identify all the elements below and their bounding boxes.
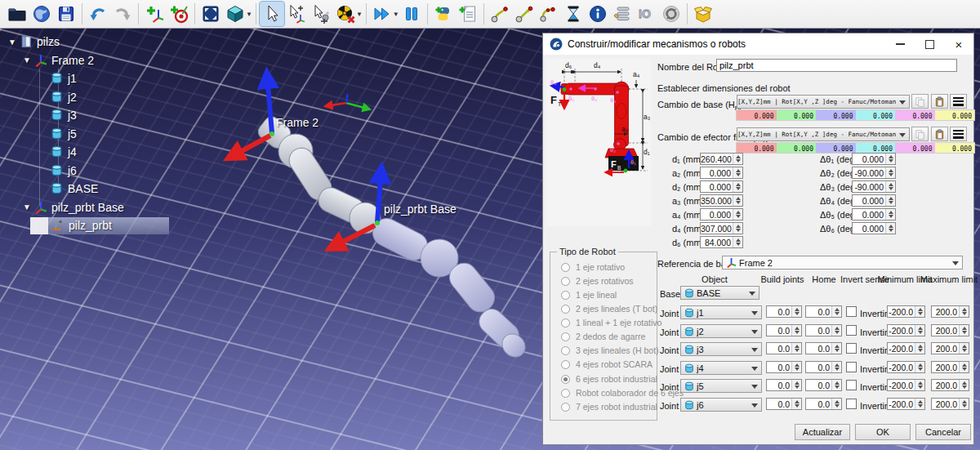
paste-pose-button[interactable] bbox=[931, 127, 948, 141]
joint-object-select[interactable]: j4 bbox=[680, 361, 762, 375]
tree-item-j3[interactable]: j3 bbox=[5, 106, 169, 125]
pose-cell[interactable]: 0.000 bbox=[777, 110, 817, 120]
tree-item-robot-base-frame[interactable]: ▼ pilz_prbt Base bbox=[5, 198, 169, 217]
tree-item-station[interactable]: ▼ pilzs bbox=[5, 33, 169, 51]
collapse-arrow-icon[interactable]: ▼ bbox=[23, 56, 34, 65]
close-button[interactable]: × bbox=[944, 34, 973, 54]
move-object-button[interactable] bbox=[309, 2, 333, 26]
build-joints-spin[interactable]: 0.0 bbox=[766, 324, 802, 336]
base-pose-menu-button[interactable] bbox=[950, 94, 967, 109]
save-station-button[interactable] bbox=[54, 2, 78, 26]
pause-simulation-button[interactable] bbox=[399, 2, 424, 26]
a3-spin[interactable]: 350.000 bbox=[700, 194, 743, 207]
joint-object-select[interactable]: j6 bbox=[680, 398, 762, 412]
isometric-view-button[interactable] bbox=[223, 2, 247, 26]
dropdown-caret[interactable]: ▼ bbox=[393, 11, 399, 18]
base-pose-format-select[interactable]: [X,Y,Z]mm | Rot[X,Y ,Z ]deg - Fanuc/Moto… bbox=[737, 95, 910, 109]
cancel-button[interactable]: Cancelar bbox=[915, 424, 971, 440]
invert-checkbox[interactable] bbox=[846, 399, 857, 409]
online-library-button[interactable] bbox=[29, 2, 54, 26]
dropdown-caret[interactable]: ▼ bbox=[356, 11, 363, 18]
dialog-titlebar[interactable]: Construir/modificar mecanismos o robots … bbox=[543, 33, 973, 55]
robot-type-option[interactable]: 6 ejes robot industrial bbox=[561, 374, 657, 384]
tree-item-j5[interactable]: j5 bbox=[5, 125, 169, 144]
add-program-button[interactable] bbox=[456, 2, 480, 26]
tree-item-frame2[interactable]: ▼ Frame 2 bbox=[5, 51, 169, 70]
build-joints-spin[interactable]: 0.0 bbox=[766, 342, 802, 354]
joint-object-select[interactable]: j2 bbox=[680, 324, 762, 338]
tree-item-j4[interactable]: j4 bbox=[5, 143, 169, 162]
base-pose-values[interactable]: 0.000 0.000 0.000 0.000 0.000 0.000 bbox=[736, 109, 975, 121]
pose-cell[interactable]: 0.000 bbox=[895, 143, 935, 153]
invert-checkbox[interactable] bbox=[846, 306, 857, 317]
pose-cell[interactable]: 0.000 bbox=[895, 110, 935, 120]
min-limit-spin[interactable]: -200.0 bbox=[887, 324, 925, 336]
add-machining-project-button[interactable] bbox=[537, 2, 561, 26]
tree-item-j6[interactable]: j6 bbox=[5, 162, 169, 180]
robot-type-option[interactable]: 2 dedos de agarre bbox=[561, 332, 645, 341]
home-spin[interactable]: 0.0 bbox=[805, 324, 842, 336]
invert-checkbox[interactable] bbox=[846, 343, 857, 354]
base-ref-select[interactable]: Frame 2 bbox=[722, 256, 963, 270]
move-reference-button[interactable] bbox=[284, 2, 309, 26]
home-spin[interactable]: 0.0 bbox=[805, 342, 842, 354]
max-limit-spin[interactable]: 200.0 bbox=[931, 379, 969, 391]
build-joints-spin[interactable]: 0.0 bbox=[766, 379, 802, 391]
dtheta6-spin[interactable]: 0.000 bbox=[852, 222, 896, 234]
d1-spin[interactable]: 260.400 bbox=[700, 153, 743, 165]
min-limit-spin[interactable]: -200.0 bbox=[887, 342, 925, 354]
build-joints-spin[interactable]: 0.0 bbox=[766, 398, 802, 410]
io-monitor-button[interactable]: IO bbox=[635, 2, 659, 26]
robot-type-option[interactable]: 2 ejes lineales (T bot) bbox=[561, 304, 657, 314]
tree-item-j1[interactable]: j1 bbox=[5, 69, 169, 88]
add-python-program-button[interactable] bbox=[431, 2, 456, 26]
dropdown-caret[interactable]: ▼ bbox=[246, 11, 252, 18]
maximize-button[interactable] bbox=[915, 34, 944, 54]
min-limit-spin[interactable]: -200.0 bbox=[887, 398, 925, 410]
max-limit-spin[interactable]: 200.0 bbox=[931, 324, 969, 336]
max-limit-spin[interactable]: 200.0 bbox=[931, 342, 969, 354]
invert-checkbox[interactable] bbox=[846, 325, 857, 336]
pose-cell[interactable]: 0.000 bbox=[816, 110, 856, 120]
tool-pose-format-select[interactable]: [X,Y,Z]mm | Rot[X,Y ,Z ]deg - Fanuc/Moto… bbox=[737, 127, 910, 141]
select-cursor-button[interactable] bbox=[260, 2, 284, 26]
station-info-button[interactable] bbox=[586, 2, 610, 26]
a2-spin[interactable]: 0.000 bbox=[700, 167, 743, 179]
min-limit-spin[interactable]: -200.0 bbox=[887, 361, 925, 373]
home-spin[interactable]: 0.0 bbox=[805, 361, 842, 373]
fit-all-button[interactable] bbox=[198, 2, 223, 26]
a4-spin[interactable]: 0.000 bbox=[700, 208, 743, 221]
base-object-select[interactable]: BASE bbox=[680, 286, 760, 300]
robot-type-option[interactable]: 2 ejes rotativos bbox=[561, 276, 634, 286]
pose-cell[interactable]: 0.000 bbox=[737, 143, 777, 153]
max-limit-spin[interactable]: 200.0 bbox=[931, 305, 969, 318]
robot-type-option[interactable]: 3 ejes lineales (H bot) bbox=[561, 345, 659, 355]
joint-object-select[interactable]: j3 bbox=[680, 342, 762, 356]
add-reference-frame-button[interactable] bbox=[142, 2, 167, 26]
simulation-speed-button[interactable] bbox=[561, 2, 586, 26]
dtheta2-spin[interactable]: -90.000 bbox=[852, 167, 896, 179]
d2-spin[interactable]: 0.000 bbox=[700, 180, 743, 193]
home-spin[interactable]: 0.0 bbox=[805, 379, 842, 391]
collapse-arrow-icon[interactable]: ▼ bbox=[8, 38, 20, 47]
home-spin[interactable]: 0.0 bbox=[805, 305, 842, 318]
program-events-button[interactable] bbox=[610, 2, 635, 26]
robot-type-option[interactable]: 7 ejes robot industrial bbox=[561, 402, 657, 412]
undo-button[interactable] bbox=[86, 2, 110, 26]
robot-type-option[interactable]: 1 eje lineal bbox=[561, 290, 617, 300]
robot-name-input[interactable] bbox=[716, 59, 957, 72]
pose-cell[interactable]: 0.000 bbox=[856, 110, 896, 120]
update-sync-button[interactable] bbox=[659, 2, 684, 26]
d4-spin[interactable]: 307.000 bbox=[700, 222, 743, 234]
add-target-button[interactable] bbox=[167, 2, 191, 26]
add-curve-follow-button[interactable] bbox=[488, 2, 512, 26]
min-limit-spin[interactable]: -200.0 bbox=[887, 379, 925, 391]
collapse-arrow-icon[interactable]: ▼ bbox=[23, 203, 34, 212]
paste-pose-button[interactable] bbox=[931, 94, 948, 109]
max-limit-spin[interactable]: 200.0 bbox=[931, 398, 969, 410]
joint-object-select[interactable]: j1 bbox=[680, 305, 762, 319]
pose-cell[interactable]: 0.000 bbox=[777, 143, 817, 153]
minimize-button[interactable] bbox=[885, 34, 915, 54]
copy-pose-button[interactable] bbox=[911, 94, 929, 109]
export-package-button[interactable] bbox=[691, 2, 715, 26]
